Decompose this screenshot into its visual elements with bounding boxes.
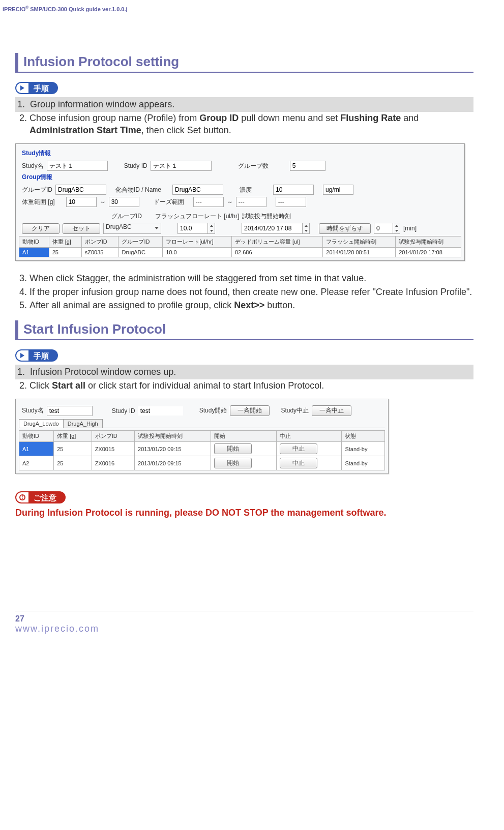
study-stop-label: Study中止	[281, 406, 309, 415]
study-id-label: Study ID	[124, 162, 147, 169]
table-row[interactable]: A125ZX00152013/01/20 09:15 開始 中止 Stand-b…	[19, 442, 385, 456]
compound-input[interactable]	[172, 185, 223, 195]
table-header: 動物ID体重 [g]ポンプID 試験投与開始時刻開始中止状態	[19, 431, 385, 442]
step2-1-text: Infusion Protocol window comes up.	[30, 367, 176, 377]
weight-lo-input[interactable]	[66, 197, 97, 207]
document-header: iPRECIO® SMP/UCD-300 Quick guide ver.1.0…	[3, 5, 473, 12]
step-4: If the proper infusion group name does n…	[29, 286, 473, 298]
infusion-protocol-window: Study名 Study ID Study開始 一斉開始 Study中止 一斉中…	[15, 399, 389, 474]
study-name-label: Study名	[22, 162, 44, 170]
step-1-highlight: 1. Group information window appears.	[15, 97, 473, 112]
procedure-badge: 手順	[15, 82, 58, 94]
step2-2: Click Start all or click start for indiv…	[29, 379, 473, 392]
group-count-label: グループ数	[238, 162, 269, 170]
group-id-label: グループID	[22, 186, 52, 194]
section-title-start-infusion: Start Infusion Protocol	[15, 320, 473, 340]
procedure-label-2: 手順	[28, 349, 58, 362]
caution-badge: ご注意	[15, 491, 66, 503]
study-name-input-2[interactable]	[47, 406, 93, 416]
study-id-input[interactable]	[151, 161, 212, 171]
stop-button-row2[interactable]: 中止	[280, 458, 317, 468]
stagger-button[interactable]: 時間をずらす	[319, 223, 371, 234]
concentration-unit[interactable]	[323, 185, 353, 195]
group-count-input[interactable]	[290, 161, 325, 171]
step2-1-highlight: 1. Infusion Protocol window comes up.	[15, 365, 473, 379]
table-row[interactable]: A225ZX00162013/01/20 09:15 開始 中止 Stand-b…	[19, 456, 385, 470]
flush-rate-spinner[interactable]	[177, 223, 215, 234]
admin-start-spinner[interactable]	[242, 223, 310, 234]
flush-rate-label: フラッシュフローレート [ul/hr]	[155, 212, 239, 221]
clear-button[interactable]: クリア	[22, 223, 60, 234]
stagger-unit: [min]	[403, 225, 417, 232]
step-1-text: Group information window appears.	[30, 99, 174, 109]
compound-label: 化合物ID / Name	[115, 186, 161, 194]
caution-label: ご注意	[28, 491, 66, 503]
concentration-label: 濃度	[240, 186, 252, 194]
product-name: iPRECIO	[3, 6, 25, 12]
table-row[interactable]: A125sZ0035 DrugABC10.082.686 2014/01/20 …	[19, 248, 461, 257]
tilde2: ～	[227, 198, 233, 206]
step-3: When click Stagger, the administration w…	[29, 272, 473, 284]
start-button-row1[interactable]: 開始	[214, 443, 252, 454]
study-id-label-2: Study ID	[112, 407, 135, 414]
weight-range-label: 体重範囲 [g]	[22, 198, 55, 206]
dose-hi-input[interactable]	[236, 197, 266, 207]
study-id-input-2[interactable]	[138, 406, 183, 416]
start-button-row2[interactable]: 開始	[214, 458, 252, 468]
step-2: Chose infusion group name (Profile) from…	[29, 112, 473, 137]
steps-list-1: Chose infusion group name (Profile) from…	[15, 112, 473, 137]
dose-range-label: ドーズ範囲	[154, 198, 184, 206]
step-5: After all animal are assigned to profile…	[29, 299, 473, 311]
group-legend: Group情報	[22, 173, 461, 182]
concentration-input[interactable]	[273, 185, 314, 195]
procedure-label: 手順	[28, 82, 58, 94]
animal-table-2: 動物ID体重 [g]ポンプID 試験投与開始時刻開始中止状態 A125ZX001…	[19, 430, 385, 470]
tilde: ～	[100, 198, 106, 206]
stagger-spinner[interactable]	[374, 223, 400, 234]
animal-table: 動物ID体重 [g]ポンプID グループIDフローレート[ul/hr]デッドボリ…	[19, 236, 461, 257]
group-id-dropdown[interactable]: DrugABC	[103, 223, 161, 234]
study-legend: Study情報	[22, 149, 461, 158]
study-name-input[interactable]	[47, 161, 108, 171]
set-button[interactable]: セット	[63, 223, 100, 234]
alert-icon	[15, 491, 28, 503]
procedure-badge-2: 手順	[15, 349, 58, 362]
tab-bar: DrugA_Lowdo DrugA_High	[19, 419, 385, 428]
steps-list-2: Click Start all or click start for indiv…	[15, 379, 473, 392]
tab-highdose[interactable]: DrugA_High	[63, 419, 103, 428]
group-id-input[interactable]	[55, 185, 106, 195]
footer-url: www.iprecio.com	[15, 624, 473, 634]
start-all-button[interactable]: 一斉開始	[230, 405, 270, 416]
warning-text: During Infusion Protocol is running, ple…	[15, 507, 473, 519]
tab-lowdose[interactable]: DrugA_Lowdo	[19, 419, 64, 428]
study-name-label-2: Study名	[22, 406, 44, 415]
weight-hi-input[interactable]	[109, 197, 139, 207]
page-footer: 27 www.iprecio.com	[15, 611, 473, 634]
group-information-window: Study情報 Study名 Study ID グループ数 Group情報 グル…	[15, 143, 465, 261]
study-start-label: Study開始	[199, 406, 227, 415]
dose-unit-input[interactable]	[276, 197, 306, 207]
table-header: 動物ID体重 [g]ポンプID グループIDフローレート[ul/hr]デッドボリ…	[19, 236, 461, 248]
stop-button-row1[interactable]: 中止	[280, 443, 317, 454]
play-icon	[15, 349, 28, 362]
stop-all-button[interactable]: 一斉中止	[312, 405, 351, 416]
page-number: 27	[15, 614, 473, 624]
dose-lo-input[interactable]	[193, 197, 224, 207]
group-id-label-2: グループID	[101, 212, 152, 221]
play-icon	[15, 82, 28, 94]
section-title-infusion-setting: Infusion Protocol setting	[15, 53, 473, 73]
admin-start-label: 試験投与開始時刻	[242, 212, 291, 221]
doc-version: SMP/UCD-300 Quick guide ver.1.0.0.j	[28, 6, 127, 12]
steps-list-1b: When click Stagger, the administration w…	[15, 272, 473, 311]
